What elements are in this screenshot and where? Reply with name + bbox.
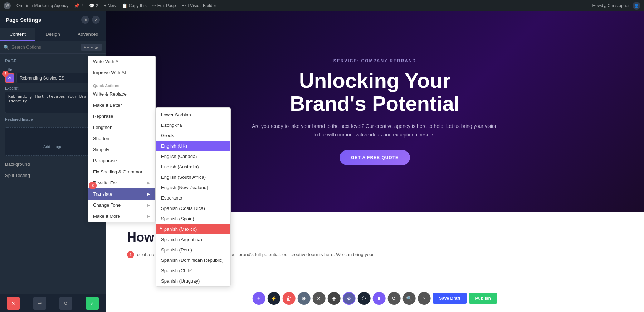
wp-logo-icon[interactable]: W bbox=[4, 2, 11, 9]
translate-english-uk[interactable]: English (UK) bbox=[156, 141, 230, 151]
translate-spanish-uruguay[interactable]: Spanish (Uruguay) bbox=[156, 276, 230, 286]
translate-spanish-argentina[interactable]: Spanish (Argentina) bbox=[156, 234, 230, 245]
sidebar-tabs: Content Design Advanced bbox=[0, 28, 106, 41]
vb-lock-button[interactable]: ◈ bbox=[327, 292, 340, 305]
tab-content[interactable]: Content bbox=[0, 28, 35, 41]
ai-menu-improve-with-ai[interactable]: Improve With AI bbox=[88, 67, 155, 78]
sidebar-icon-expand[interactable]: ⤢ bbox=[92, 16, 100, 24]
tab-advanced[interactable]: Advanced bbox=[70, 28, 106, 41]
search-icon: 🔍 bbox=[4, 45, 9, 50]
ai-menu-rewrite-for[interactable]: Rewrite For ▶ bbox=[88, 177, 155, 188]
ai-menu-lengthen[interactable]: Lengthen bbox=[88, 122, 155, 133]
vb-add-button[interactable]: ＋ bbox=[252, 292, 265, 305]
background-label: Background bbox=[5, 162, 30, 167]
sidebar-title: Page Settings bbox=[6, 17, 41, 23]
ai-menu-make-it-more[interactable]: Make It More ▶ bbox=[88, 211, 155, 222]
copy-this-link[interactable]: 📋 Copy this bbox=[122, 3, 147, 8]
translate-spanish-mexico[interactable]: Spanish (Mexico) bbox=[156, 224, 230, 234]
redo-button[interactable]: ↺ bbox=[59, 297, 72, 310]
edit-page-link[interactable]: ✏ Edit Page bbox=[152, 3, 176, 8]
vb-gear-button[interactable]: ⚙ bbox=[342, 292, 355, 305]
sidebar-search-row: 🔍 + + Filter bbox=[0, 41, 106, 54]
hero-description: Are you ready to take your brand to the … bbox=[250, 122, 500, 139]
publish-button[interactable]: Publish bbox=[469, 293, 497, 304]
vb-delete-button[interactable]: 🗑 bbox=[282, 292, 295, 305]
vb-search-button[interactable]: 🔍 bbox=[402, 292, 415, 305]
ai-menu-change-tone[interactable]: Change Tone ▶ bbox=[88, 200, 155, 211]
howdy-text: Howdy, Christopher bbox=[592, 3, 630, 8]
vb-undo-button[interactable]: ↺ bbox=[387, 292, 400, 305]
translate-arrow: ▶ bbox=[147, 192, 150, 196]
confirm-icon: ✓ bbox=[90, 301, 94, 306]
vb-pause-button[interactable]: ⏸ bbox=[372, 292, 385, 305]
vb-duplicate-button[interactable]: ⊕ bbox=[297, 292, 310, 305]
exit-visual-builder-link[interactable]: Exit Visual Builder bbox=[182, 3, 216, 8]
page-section-header[interactable]: Page ▲ bbox=[5, 57, 101, 64]
translate-spanish-chile[interactable]: Spanish (Chile) bbox=[156, 265, 230, 276]
title-input[interactable] bbox=[16, 73, 94, 83]
ai-menu: Write With AI Improve With AI Quick Acti… bbox=[88, 56, 156, 222]
admin-bar: W On-Time Marketing Agency 📌 7 💬 2 + New… bbox=[0, 0, 644, 11]
sidebar-header: Page Settings ⊞ ⤢ bbox=[0, 11, 106, 28]
site-name: On-Time Marketing Agency bbox=[16, 3, 68, 8]
site-name-link[interactable]: On-Time Marketing Agency bbox=[16, 3, 68, 8]
edit-icon: ✏ bbox=[152, 3, 156, 8]
translate-dzongkha[interactable]: Dzongkha bbox=[156, 120, 230, 130]
ai-menu-translate[interactable]: Translate ▶ bbox=[88, 188, 155, 200]
ai-menu-shorten[interactable]: Shorten bbox=[88, 133, 155, 144]
comment-icon: 💬 bbox=[89, 3, 94, 8]
confirm-button[interactable]: ✓ bbox=[86, 297, 99, 310]
vb-timer-button[interactable]: ⏱ bbox=[357, 292, 370, 305]
hero-content: SERVICE: COMPANY REBRAND Unlocking YourB… bbox=[250, 58, 500, 165]
translate-english-new-zealand[interactable]: English (New Zealand) bbox=[156, 182, 230, 193]
cancel-button[interactable]: ✕ bbox=[7, 297, 20, 310]
undo-button[interactable]: ↩ bbox=[33, 297, 46, 310]
excerpt-label: Excerpt bbox=[5, 86, 101, 90]
pin-count[interactable]: 📌 7 bbox=[74, 3, 83, 8]
ai-menu-simplify[interactable]: Simplify bbox=[88, 144, 155, 155]
avatar[interactable]: 👤 bbox=[633, 2, 640, 10]
ai-menu-write-with-ai[interactable]: Write With AI bbox=[88, 56, 155, 67]
translate-spanish-costa-rica[interactable]: Spanish (Costa Rica) bbox=[156, 203, 230, 213]
step4-badge: 4 bbox=[157, 224, 165, 232]
undo-icon: ↩ bbox=[38, 301, 42, 306]
rewrite-for-arrow: ▶ bbox=[147, 181, 150, 185]
hero-cta-button[interactable]: GET A FREE QUOTE bbox=[340, 150, 410, 165]
ai-menu-make-better[interactable]: Make It Better bbox=[88, 100, 155, 111]
title-row: 2 AI ↩ bbox=[5, 73, 101, 83]
translate-english-canada[interactable]: English (Canada) bbox=[156, 151, 230, 162]
translate-greek[interactable]: Greek bbox=[156, 130, 230, 141]
translate-lower-sorbian[interactable]: Lower Sorbian bbox=[156, 110, 230, 120]
tab-design[interactable]: Design bbox=[35, 28, 70, 41]
copy-icon: 📋 bbox=[122, 3, 127, 8]
ai-menu-divider1 bbox=[88, 80, 155, 80]
sidebar-header-icons: ⊞ ⤢ bbox=[81, 16, 100, 24]
sidebar-icon-settings[interactable]: ⊞ bbox=[81, 16, 89, 24]
translate-spanish-dominican-republic[interactable]: Spanish (Dominican Republic) bbox=[156, 255, 230, 265]
hero-service-label: SERVICE: COMPANY REBRAND bbox=[250, 58, 500, 63]
make-it-more-arrow: ▶ bbox=[147, 214, 150, 218]
ai-menu-write-replace[interactable]: Write & Replace bbox=[88, 88, 155, 100]
featured-image-box[interactable]: ＋ Add Image bbox=[5, 127, 101, 156]
translate-esperanto[interactable]: Esperanto bbox=[156, 193, 230, 203]
filter-button[interactable]: + + Filter bbox=[81, 44, 102, 51]
quick-actions-label: Quick Actions bbox=[88, 81, 155, 88]
ai-menu-rephrase[interactable]: Rephrase bbox=[88, 111, 155, 122]
vb-close-button[interactable]: ✕ bbox=[312, 292, 325, 305]
vb-help-button[interactable]: ? bbox=[418, 292, 430, 305]
featured-image-label: Featured Image bbox=[5, 117, 101, 121]
ai-menu-paraphrase[interactable]: Paraphrase bbox=[88, 155, 155, 166]
comment-count[interactable]: 💬 2 bbox=[89, 3, 98, 8]
translate-english-australia[interactable]: English (Australia) bbox=[156, 162, 230, 172]
translate-spanish-peru[interactable]: Spanish (Peru) bbox=[156, 245, 230, 255]
search-input[interactable] bbox=[11, 45, 79, 50]
excerpt-textarea[interactable]: Rebranding That Elevates Your Brand's Id… bbox=[5, 92, 101, 113]
vb-settings-button[interactable]: ⚡ bbox=[267, 292, 280, 305]
add-image-label: Add Image bbox=[43, 144, 62, 149]
ai-menu-fix-spelling[interactable]: Fix Spelling & Grammar bbox=[88, 166, 155, 177]
translate-spanish-spain[interactable]: Spanish (Spain) bbox=[156, 213, 230, 224]
save-draft-button[interactable]: Save Draft bbox=[433, 293, 467, 304]
translate-english-south-africa[interactable]: English (South Africa) bbox=[156, 172, 230, 182]
new-link[interactable]: + New bbox=[104, 3, 116, 8]
redo-icon: ↺ bbox=[64, 301, 68, 306]
